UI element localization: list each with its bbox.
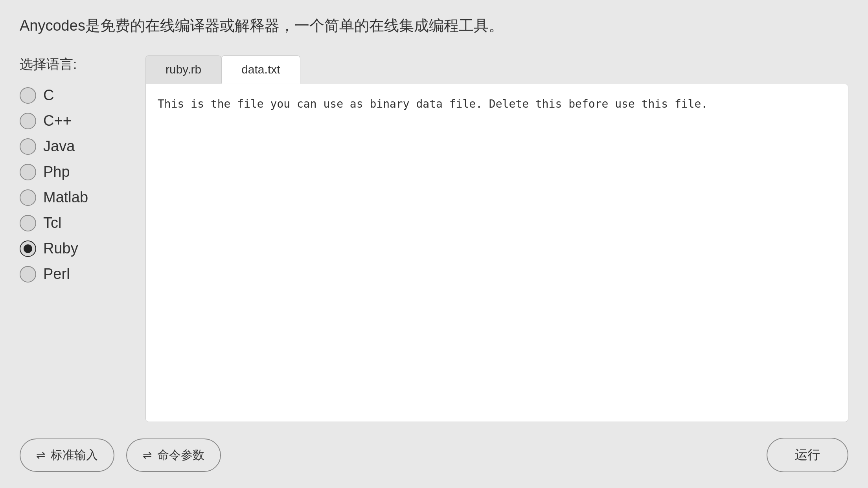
radio-matlab xyxy=(20,189,36,206)
language-name-perl: Perl xyxy=(43,266,70,283)
language-option-php[interactable]: Php xyxy=(20,161,130,183)
language-option-java[interactable]: Java xyxy=(20,136,130,157)
tab-ruby-rb[interactable]: ruby.rb xyxy=(145,55,221,84)
header-text: Anycodes是免费的在线编译器或解释器，一个简单的在线集成编程工具。 xyxy=(20,16,848,36)
sidebar: 选择语言: CC++JavaPhpMatlabTclRubyPerl xyxy=(20,55,130,422)
radio-java xyxy=(20,138,36,155)
main-area: 选择语言: CC++JavaPhpMatlabTclRubyPerl ruby.… xyxy=(20,55,848,422)
radio-perl xyxy=(20,266,36,283)
tab-data-txt[interactable]: data.txt xyxy=(221,55,300,84)
tabs: ruby.rbdata.txt xyxy=(145,55,848,84)
language-name-ruby: Ruby xyxy=(43,240,78,257)
radio-ruby xyxy=(20,240,36,257)
language-option-cpp[interactable]: C++ xyxy=(20,110,130,132)
stdin-button[interactable]: ⇌ 标准输入 xyxy=(20,438,114,472)
language-option-tcl[interactable]: Tcl xyxy=(20,212,130,234)
language-name-php: Php xyxy=(43,163,70,180)
params-label: 命令参数 xyxy=(157,447,204,463)
language-name-java: Java xyxy=(43,138,75,155)
stdin-label: 标准输入 xyxy=(51,447,98,463)
radio-inner-ruby xyxy=(24,244,32,253)
radio-tcl xyxy=(20,215,36,231)
bottom-bar: ⇌ 标准输入 ⇌ 命令参数 运行 xyxy=(20,438,848,472)
editor-content: This is the file you can use as binary d… xyxy=(158,96,836,112)
language-name-c: C xyxy=(43,87,54,104)
radio-cpp xyxy=(20,113,36,129)
language-option-ruby[interactable]: Ruby xyxy=(20,238,130,259)
editor-area: ruby.rbdata.txt This is the file you can… xyxy=(145,55,848,422)
params-icon: ⇌ xyxy=(143,449,152,462)
radio-php xyxy=(20,164,36,180)
run-button[interactable]: 运行 xyxy=(767,438,848,472)
language-name-matlab: Matlab xyxy=(43,189,88,206)
editor-box[interactable]: This is the file you can use as binary d… xyxy=(145,84,848,422)
language-option-perl[interactable]: Perl xyxy=(20,263,130,285)
bottom-left: ⇌ 标准输入 ⇌ 命令参数 xyxy=(20,438,221,472)
language-option-c[interactable]: C xyxy=(20,84,130,106)
language-name-cpp: C++ xyxy=(43,112,72,129)
stdin-icon: ⇌ xyxy=(36,449,45,462)
sidebar-label: 选择语言: xyxy=(20,55,130,73)
radio-c xyxy=(20,87,36,104)
language-option-matlab[interactable]: Matlab xyxy=(20,187,130,208)
language-name-tcl: Tcl xyxy=(43,215,61,231)
language-options: CC++JavaPhpMatlabTclRubyPerl xyxy=(20,84,130,285)
params-button[interactable]: ⇌ 命令参数 xyxy=(126,438,221,472)
